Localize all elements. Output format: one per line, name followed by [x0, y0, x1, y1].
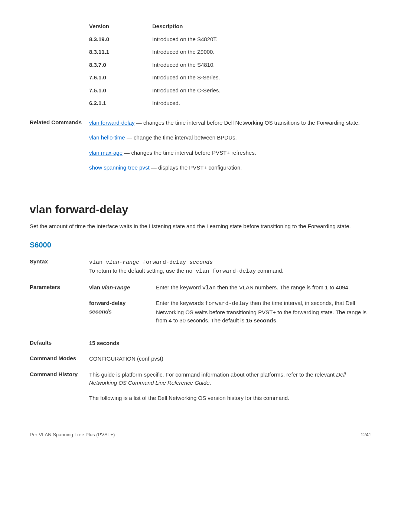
version-history-table: Version Description 8.3.19.0 Introduced … — [89, 22, 371, 108]
version-header: Version — [89, 22, 152, 31]
command-modes-value: CONFIGURATION (conf-pvst) — [89, 355, 371, 363]
table-row: 8.3.11.1 Introduced on the Z9000. — [89, 48, 371, 56]
param-name-prefix: forward-delay — [89, 300, 125, 306]
syntax-return-line: To return to the default setting, use th… — [89, 267, 371, 276]
version-cell: 7.6.1.0 — [89, 73, 152, 82]
syntax-code: forward-delay — [139, 259, 189, 266]
related-commands-label: Related Commands — [30, 119, 89, 179]
command-history-section: Command History This guide is platform-s… — [30, 371, 371, 409]
parameter-row: vlan vlan-range Enter the keyword vlan t… — [89, 283, 371, 293]
page-title: vlan forward-delay — [30, 201, 371, 218]
parameters-table: vlan vlan-range Enter the keyword vlan t… — [89, 283, 371, 332]
description-header: Description — [152, 22, 371, 31]
defaults-label: Defaults — [30, 339, 89, 348]
platform-heading: S6000 — [30, 239, 371, 250]
vlan-max-age-link[interactable]: vlan max-age — [89, 150, 123, 156]
description-cell: Introduced on the S-Series. — [152, 73, 371, 82]
defaults-section: Defaults 15 seconds — [30, 339, 371, 348]
table-row: 6.2.1.1 Introduced. — [89, 99, 371, 108]
related-commands-section: Related Commands vlan forward-delay — ch… — [30, 119, 371, 179]
param-name-arg: vlan-range — [102, 284, 130, 290]
description-cell: Introduced. — [152, 99, 371, 108]
parameter-description: Enter the keyword vlan then the VLAN num… — [156, 283, 371, 293]
related-item: vlan max-age — changes the time interval… — [89, 149, 371, 157]
syntax-label: Syntax — [30, 258, 89, 276]
table-row: 8.3.19.0 Introduced on the S4820T. — [89, 35, 371, 44]
version-cell: 7.5.1.0 — [89, 86, 152, 95]
syntax-return-text: command. — [256, 267, 283, 274]
syntax-arg: seconds — [189, 259, 213, 266]
syntax-code: vlan — [89, 259, 106, 266]
parameter-description: Enter the keywords forward-delay then th… — [156, 299, 371, 325]
version-cell: 8.3.7.0 — [89, 61, 152, 69]
param-desc-code: forward-delay — [205, 301, 249, 307]
related-item: vlan forward-delay — changes the time in… — [89, 119, 371, 127]
syntax-code-line: vlan vlan-range forward-delay seconds — [89, 258, 371, 267]
related-item: vlan hello-time — change the time interv… — [89, 134, 371, 142]
related-commands-content: vlan forward-delay — changes the time in… — [89, 119, 371, 179]
version-cell: 6.2.1.1 — [89, 99, 152, 108]
page-footer: Per-VLAN Spanning Tree Plus (PVST+) 1241 — [30, 431, 371, 439]
show-spanning-tree-pvst-link[interactable]: show spanning-tree pvst — [89, 164, 150, 171]
table-row: 8.3.7.0 Introduced on the S4810. — [89, 61, 371, 69]
syntax-content: vlan vlan-range forward-delay seconds To… — [89, 258, 371, 276]
version-cell: 8.3.11.1 — [89, 48, 152, 56]
vlan-hello-time-link[interactable]: vlan hello-time — [89, 134, 125, 141]
command-history-text: . — [209, 380, 211, 386]
command-history-text: This guide is platform-specific. For com… — [89, 371, 336, 378]
parameter-name: forward-delay seconds — [89, 299, 156, 325]
description-cell: Introduced on the S4810. — [152, 61, 371, 69]
description-cell: Introduced on the Z9000. — [152, 48, 371, 56]
version-cell: 8.3.19.0 — [89, 35, 152, 44]
command-modes-section: Command Modes CONFIGURATION (conf-pvst) — [30, 355, 371, 363]
command-history-content: This guide is platform-specific. For com… — [89, 371, 371, 409]
parameter-row: forward-delay seconds Enter the keywords… — [89, 299, 371, 325]
param-desc-bold: 15 seconds — [246, 317, 276, 324]
description-cell: Introduced on the C-Series. — [152, 86, 371, 95]
related-item-text: — changes the time interval before PVST+… — [123, 150, 256, 156]
parameters-section: Parameters vlan vlan-range Enter the key… — [30, 283, 371, 332]
param-name-prefix: vlan — [89, 284, 102, 290]
command-history-p1: This guide is platform-specific. For com… — [89, 371, 371, 387]
param-desc-text: Enter the keywords — [156, 300, 205, 306]
param-desc-text: then the VLAN numbers. The range is from… — [216, 284, 350, 290]
param-desc-text: . — [276, 317, 278, 324]
syntax-return-text: To return to the default setting, use th… — [89, 267, 186, 274]
command-modes-label: Command Modes — [30, 355, 89, 363]
syntax-arg: vlan-range — [106, 259, 139, 266]
param-desc-code: vlan — [202, 285, 216, 291]
footer-page-number: 1241 — [361, 431, 371, 439]
table-header-row: Version Description — [89, 22, 371, 31]
defaults-value: 15 seconds — [89, 339, 371, 348]
related-item: show spanning-tree pvst — displays the P… — [89, 164, 371, 172]
description-cell: Introduced on the S4820T. — [152, 35, 371, 44]
table-row: 7.6.1.0 Introduced on the S-Series. — [89, 73, 371, 82]
related-item-text: — changes the time interval before Dell … — [135, 119, 360, 126]
related-item-text: — change the time interval between BPDUs… — [125, 134, 237, 141]
parameter-name: vlan vlan-range — [89, 283, 156, 293]
param-name-arg: seconds — [89, 308, 112, 315]
intro-paragraph: Set the amount of time the interface wai… — [30, 222, 371, 230]
command-history-label: Command History — [30, 371, 89, 409]
footer-left: Per-VLAN Spanning Tree Plus (PVST+) — [30, 431, 115, 439]
param-desc-text: Enter the keyword — [156, 284, 202, 290]
related-item-text: — displays the PVST+ configuration. — [150, 164, 242, 171]
syntax-return-code: no vlan forward-delay — [186, 268, 256, 275]
vlan-forward-delay-link[interactable]: vlan forward-delay — [89, 119, 135, 126]
syntax-section: Syntax vlan vlan-range forward-delay sec… — [30, 258, 371, 276]
table-row: 7.5.1.0 Introduced on the C-Series. — [89, 86, 371, 95]
command-history-p2: The following is a list of the Dell Netw… — [89, 394, 371, 403]
parameters-label: Parameters — [30, 283, 89, 332]
